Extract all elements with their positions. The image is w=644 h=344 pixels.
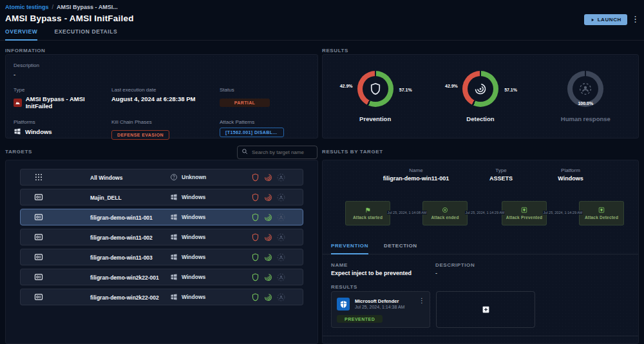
divider xyxy=(323,336,638,336)
shield-square-icon xyxy=(521,207,527,213)
human-response-pct: 100.0% xyxy=(567,101,603,106)
results-section-title: RESULTS xyxy=(322,48,348,53)
windows-icon xyxy=(14,128,21,135)
targets-panel: All Windows Unknown Majin_DELL Windows f… xyxy=(5,160,318,344)
windows-icon xyxy=(170,213,178,221)
expectation-results-label: RESULTS xyxy=(331,284,357,290)
timeline-step-attack-prevented: Attack Prevented xyxy=(502,201,547,225)
results-by-target-panel: Name filigran-demo-win11-001 Type ASSETS… xyxy=(322,160,639,344)
page-menu-kebab-icon[interactable]: ⋮ xyxy=(631,13,639,26)
timeline-step-attack-detected: Attack Detected xyxy=(579,201,624,225)
prevention-status-icon xyxy=(251,213,260,222)
page-title: AMSI Bypass - AMSI InitFailed xyxy=(5,14,134,23)
prevention-status-icon xyxy=(251,233,260,242)
target-row-filigran-demo-win11-003[interactable]: filigran-demo-win11-003 Windows xyxy=(20,249,303,265)
target-row-filigran-demo-win2k22-001[interactable]: filigran-demo-win2k22-001 Windows xyxy=(20,269,303,285)
launch-button[interactable]: LAUNCH xyxy=(584,14,627,25)
detection-chart-title: Detection xyxy=(466,115,494,122)
results-by-target-section-title: RESULTS BY TARGET xyxy=(322,149,383,155)
platforms-field: Platforms Windows xyxy=(14,119,111,140)
prevention-chart: 42.9% 57.1% Prevention xyxy=(327,71,424,122)
target-row-filigran-demo-win2k22-002[interactable]: filigran-demo-win2k22-002 Windows xyxy=(20,289,303,305)
unknown-platform-icon xyxy=(170,173,178,181)
expectation-name-value: Expect inject to be prevented xyxy=(331,270,412,276)
detection-status-icon xyxy=(264,253,272,262)
expectation-description-label: DESCRIPTION xyxy=(435,262,475,268)
human-response-chart-title: Human response xyxy=(561,115,611,122)
endpoint-icon xyxy=(34,292,43,304)
detection-status-icon xyxy=(264,193,272,202)
description-value: - xyxy=(14,71,310,78)
search-icon xyxy=(242,148,248,155)
prevention-success-pct: 57.1% xyxy=(399,88,412,92)
platforms-value: Windows xyxy=(25,128,52,135)
human-response-status-icon xyxy=(277,233,285,242)
target-row-filigran-demo-win11-001[interactable]: filigran-demo-win11-001 Windows xyxy=(20,209,303,225)
results-panel: 42.9% 57.1% Prevention 42.9% 57.1% Detec… xyxy=(322,54,639,139)
target-row-filigran-demo-win11-002[interactable]: filigran-demo-win11-002 Windows xyxy=(20,229,303,245)
launch-button-label: LAUNCH xyxy=(598,17,621,23)
security-platform-result-card: Microsoft Defender Jul 25, 2024, 1:14:38… xyxy=(331,291,430,328)
asset-group-icon xyxy=(34,173,43,184)
add-result-card[interactable] xyxy=(436,291,535,328)
target-type-field: Type ASSETS xyxy=(469,167,533,182)
breadcrumb-link-atomic-testings[interactable]: Atomic testings xyxy=(5,4,49,10)
target-row-majin-dell[interactable]: Majin_DELL Windows xyxy=(20,189,303,205)
windows-icon xyxy=(170,233,178,241)
main-tabs: OVERVIEW EXECUTION DETAILS xyxy=(0,28,644,41)
endpoint-icon xyxy=(34,253,43,264)
endpoint-icon xyxy=(34,213,43,224)
last-execution-value: August 4, 2024 at 6:28:38 PM xyxy=(111,95,195,102)
search-input[interactable] xyxy=(237,146,317,159)
track-changes-icon xyxy=(462,71,498,107)
endpoint-icon xyxy=(34,233,43,244)
human-response-donut: 100.0% xyxy=(567,71,603,107)
timeline-step-attack-started: Attack started xyxy=(345,201,390,225)
description-label: Description xyxy=(14,62,310,68)
kill-chain-phase-chip: DEFENSE EVASION xyxy=(111,130,169,140)
tab-prevention[interactable]: PREVENTION xyxy=(331,243,368,254)
type-field: Type AMSI Bypass - AMSI InitFailed xyxy=(14,87,111,110)
prevention-status-icon xyxy=(251,273,260,282)
detection-status-icon xyxy=(264,173,272,182)
result-card-kebab-icon[interactable]: ⋮ xyxy=(419,297,425,304)
expectation-tabs: PREVENTION DETECTION xyxy=(323,243,638,254)
windows-icon xyxy=(170,273,178,281)
endpoint-icon xyxy=(34,193,43,204)
target-search xyxy=(237,145,317,158)
prevention-status-icon xyxy=(251,253,260,262)
prevention-donut: 42.9% 57.1% xyxy=(357,71,393,107)
human-response-status-icon xyxy=(277,273,285,282)
type-value: AMSI Bypass - AMSI InitFailed xyxy=(26,95,111,110)
target-platform-field: Platform Windows xyxy=(538,167,603,182)
expectation-description-value: - xyxy=(435,270,437,276)
attack-timeline: Attack started Jul 25, 2024, 1:14:08 AM … xyxy=(323,200,638,229)
detection-status-icon xyxy=(264,273,272,282)
flag-icon xyxy=(365,207,371,213)
prevention-status-icon xyxy=(251,293,260,301)
prevention-status-icon xyxy=(251,173,260,182)
information-panel: Description - Type AMSI Bypass - AMSI In… xyxy=(5,54,318,139)
detection-status-icon xyxy=(264,233,272,242)
timeline-date: Jul 25, 2024, 1:14:29 AM xyxy=(465,211,505,215)
tab-execution-details[interactable]: EXECUTION DETAILS xyxy=(54,28,117,40)
add-box-icon[interactable] xyxy=(482,305,490,314)
human-response-status-icon xyxy=(277,213,285,222)
windows-icon xyxy=(170,193,178,201)
circle-dot-icon xyxy=(442,207,448,213)
timeline-date: Jul 25, 2024, 1:14:08 AM xyxy=(387,211,427,215)
human-response-status-icon xyxy=(277,253,285,262)
targets-section-title: TARGETS xyxy=(5,149,32,155)
target-row-all-windows[interactable]: All Windows Unknown xyxy=(20,169,303,186)
microsoft-defender-icon xyxy=(337,298,350,311)
prevention-chart-title: Prevention xyxy=(359,115,391,122)
breadcrumb: Atomic testings/AMSI Bypass - AMSI... xyxy=(5,4,118,10)
shield-icon xyxy=(357,71,393,107)
detection-success-pct: 57.1% xyxy=(504,88,517,92)
result-card-title: Microsoft Defender xyxy=(355,298,399,304)
windows-icon xyxy=(170,253,178,261)
tab-overview[interactable]: OVERVIEW xyxy=(5,28,37,41)
attack-pattern-chip[interactable]: [T1562.001] DISABLE OR ... xyxy=(220,128,284,137)
tab-detection[interactable]: DETECTION xyxy=(384,243,417,254)
prevention-status-icon xyxy=(251,193,260,202)
